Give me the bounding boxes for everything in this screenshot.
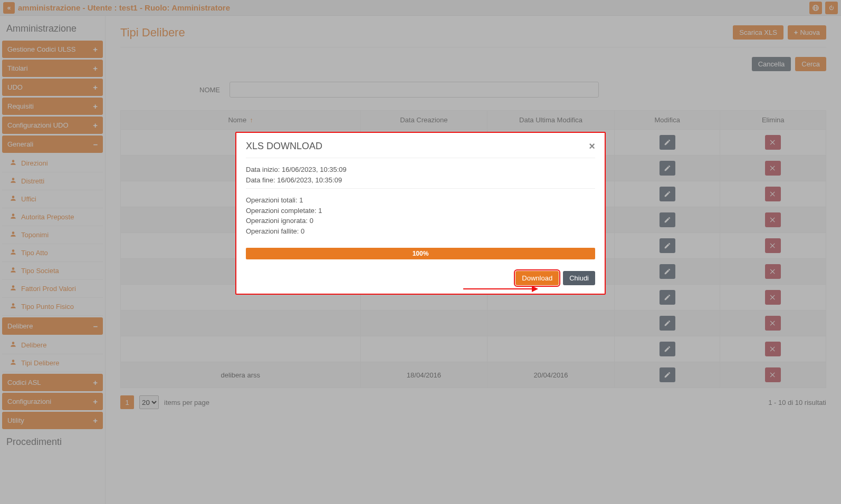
modal-ops-ignored: Operazioni ignorata: 0 [246, 216, 595, 226]
modal-start: Data inizio: 16/06/2023, 10:35:09 [246, 164, 595, 175]
modal-ops-failed: Operazioni fallite: 0 [246, 226, 595, 237]
modal-ops-done: Operazioni completate: 1 [246, 206, 595, 216]
xls-download-modal: XLS DOWNLOAD × Data inizio: 16/06/2023, … [235, 132, 606, 295]
modal-close-button[interactable]: Chiudi [563, 271, 595, 285]
close-icon[interactable]: × [589, 140, 595, 152]
modal-ops-total: Operazioni totali: 1 [246, 195, 595, 206]
modal-overlay: XLS DOWNLOAD × Data inizio: 16/06/2023, … [0, 0, 841, 504]
modal-title: XLS DOWNLOAD [246, 141, 322, 152]
annotation-arrow [463, 288, 537, 289]
modal-download-button[interactable]: Download [515, 271, 559, 285]
progress-bar-track: 100% [246, 248, 595, 259]
modal-end: Data fine: 16/06/2023, 10:35:09 [246, 175, 595, 186]
progress-bar-fill: 100% [246, 248, 595, 259]
